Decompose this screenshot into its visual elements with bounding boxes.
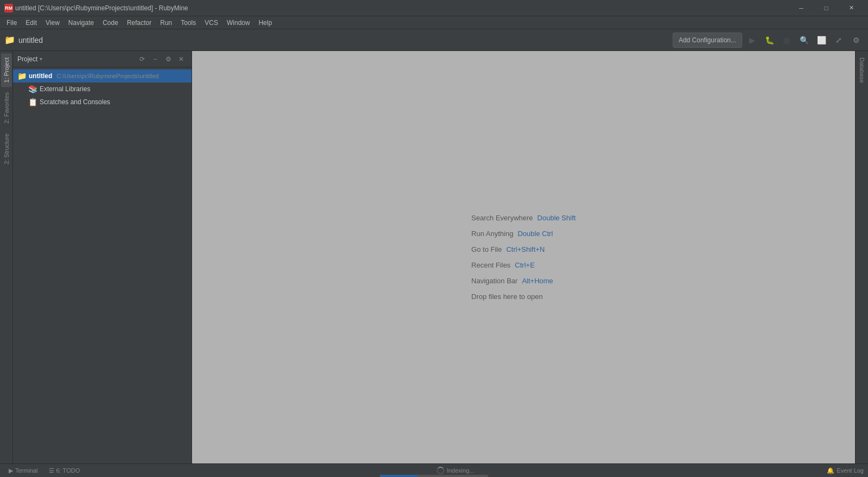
progress-bar-fill (380, 475, 418, 477)
window-controls: ─ □ ✕ (789, 0, 864, 16)
welcome-label-1: Run Anything (471, 230, 513, 238)
left-tabs: 1: Project2: Favorites2: Structure (0, 51, 13, 463)
event-log-icon: 🔔 (827, 467, 834, 474)
tree-path-root: C:\Users\pc\RubymineProjects\untitled (56, 73, 158, 79)
todo-label: 6: TODO (56, 467, 80, 474)
debug-button[interactable]: 🐛 (762, 33, 777, 48)
welcome-line-2: Go to FileCtrl+Shift+N (471, 245, 545, 253)
menu-item-view[interactable]: View (41, 16, 64, 29)
tree-item-scratches[interactable]: 📋Scratches and Consoles (13, 96, 192, 109)
bottom-left: ▶ Terminal ☰ 6: TODO (4, 464, 84, 477)
welcome-label-3: Recent Files (471, 261, 510, 269)
project-panel: Project ▾ ⟳ − ⚙ ✕ 📁untitledC:\Users\pc\R… (13, 51, 192, 463)
title-bar-left: RM untitled [C:\Users\pc\RubymineProject… (4, 4, 188, 12)
app-icon: RM (4, 4, 13, 12)
minimize-button[interactable]: ─ (789, 0, 814, 16)
menu-item-navigate[interactable]: Navigate (64, 16, 98, 29)
terminal-tab[interactable]: ▶ Terminal (4, 464, 42, 477)
todo-tab[interactable]: ☰ 6: TODO (44, 464, 85, 477)
menu-item-code[interactable]: Code (98, 16, 123, 29)
project-folder-icon: 📁 (4, 35, 15, 45)
panel-settings-button[interactable]: ⚙ (162, 53, 174, 65)
close-button[interactable]: ✕ (839, 0, 864, 16)
menu-item-edit[interactable]: Edit (21, 16, 41, 29)
menu-item-run[interactable]: Run (156, 16, 176, 29)
welcome-label-2: Go to File (471, 245, 502, 253)
menu-item-tools[interactable]: Tools (176, 16, 200, 29)
menu-item-window[interactable]: Window (222, 16, 254, 29)
welcome-label-5: Drop files here to open (471, 292, 543, 301)
project-panel-title-row: Project ▾ (17, 55, 42, 63)
event-log-label: Event Log (837, 467, 864, 474)
toolbar-settings-button[interactable]: ⚙ (848, 33, 864, 48)
right-tab-database[interactable]: Database (857, 53, 867, 87)
project-panel-chevron[interactable]: ▾ (40, 56, 42, 62)
right-tabs: Database (855, 51, 868, 463)
tree-label-scratches: Scratches and Consoles (40, 98, 110, 106)
terminal-icon: ▶ (9, 467, 13, 474)
menu-item-help[interactable]: Help (254, 16, 277, 29)
tree-label-root: untitled (29, 72, 52, 80)
indexing-label: Indexing... (446, 467, 474, 474)
tree-icon-external-libs: 📚 (28, 85, 37, 93)
welcome-line-1: Run AnythingDouble Ctrl (471, 230, 553, 238)
welcome-line-0: Search EverywhereDouble Shift (471, 214, 576, 222)
welcome-line-4: Navigation BarAlt+Home (471, 277, 553, 285)
coverage-button[interactable]: ◎ (779, 33, 794, 48)
tree-icon-root: 📁 (17, 72, 27, 80)
indexing-spinner (437, 467, 444, 474)
progress-bar (380, 475, 488, 477)
left-tab-favorites[interactable]: 2: Favorites (1, 88, 12, 128)
welcome-shortcut-1: Double Ctrl (518, 230, 553, 238)
title-bar: RM untitled [C:\Users\pc\RubymineProject… (0, 0, 868, 16)
close-panel-button[interactable]: ✕ (175, 53, 187, 65)
tree-label-external-libs: External Libraries (40, 85, 90, 93)
welcome-line-5: Drop files here to open (471, 292, 543, 301)
expand-editor-button[interactable]: ⤢ (831, 33, 846, 48)
left-tab-structure[interactable]: 2: Structure (1, 129, 12, 169)
welcome-label-4: Navigation Bar (471, 277, 518, 285)
tree-item-external-libs[interactable]: 📚External Libraries (13, 82, 192, 96)
project-panel-title: Project (17, 55, 37, 63)
sync-panel-button[interactable]: ⟳ (136, 53, 148, 65)
search-everywhere-button[interactable]: 🔍 (796, 33, 812, 48)
project-panel-header: Project ▾ ⟳ − ⚙ ✕ (13, 51, 192, 67)
toolbar: 📁 untitled Add Configuration... ▶ 🐛 ◎ 🔍 … (0, 29, 868, 51)
left-tab-project[interactable]: 1: Project (1, 53, 12, 87)
project-title: untitled (18, 36, 43, 44)
add-configuration-button[interactable]: Add Configuration... (673, 33, 742, 48)
welcome-line-3: Recent FilesCtrl+E (471, 261, 535, 269)
bottom-bar: ▶ Terminal ☰ 6: TODO Indexing... 🔔 Event… (0, 463, 868, 477)
maximize-button[interactable]: □ (814, 0, 839, 16)
project-title-section: 📁 untitled (4, 35, 671, 45)
welcome-shortcut-2: Ctrl+Shift+N (506, 245, 545, 253)
menu-bar: FileEditViewNavigateCodeRefactorRunTools… (0, 16, 868, 29)
collapse-panel-button[interactable]: − (149, 53, 161, 65)
welcome-shortcut-4: Alt+Home (522, 277, 553, 285)
welcome-label-0: Search Everywhere (471, 214, 533, 222)
menu-item-refactor[interactable]: Refactor (123, 16, 156, 29)
welcome-shortcut-0: Double Shift (537, 214, 576, 222)
run-button[interactable]: ▶ (744, 33, 760, 48)
menu-item-file[interactable]: File (2, 16, 21, 29)
welcome-content: Search EverywhereDouble ShiftRun Anythin… (471, 214, 576, 301)
indexing-status: Indexing... (437, 467, 474, 474)
event-log-button[interactable]: 🔔 Event Log (827, 467, 864, 474)
tree-icon-scratches: 📋 (28, 98, 37, 106)
terminal-label: Terminal (15, 467, 38, 474)
title-text: untitled [C:\Users\pc\RubymineProjects\u… (15, 4, 188, 12)
bottom-right: 🔔 Event Log (827, 467, 864, 474)
toolbar-right: Add Configuration... ▶ 🐛 ◎ 🔍 ⬜ ⤢ ⚙ (673, 33, 864, 48)
menu-item-vcs[interactable]: VCS (200, 16, 222, 29)
project-tree: 📁untitledC:\Users\pc\RubymineProjects\un… (13, 67, 192, 463)
todo-icon: ☰ (49, 467, 54, 474)
main-layout: 1: Project2: Favorites2: Structure Proje… (0, 51, 868, 463)
stop-button[interactable]: ⬜ (814, 33, 829, 48)
tree-item-root[interactable]: 📁untitledC:\Users\pc\RubymineProjects\un… (13, 69, 192, 82)
editor-area[interactable]: Search EverywhereDouble ShiftRun Anythin… (192, 51, 855, 463)
welcome-shortcut-3: Ctrl+E (515, 261, 534, 269)
project-panel-actions: ⟳ − ⚙ ✕ (136, 53, 187, 65)
